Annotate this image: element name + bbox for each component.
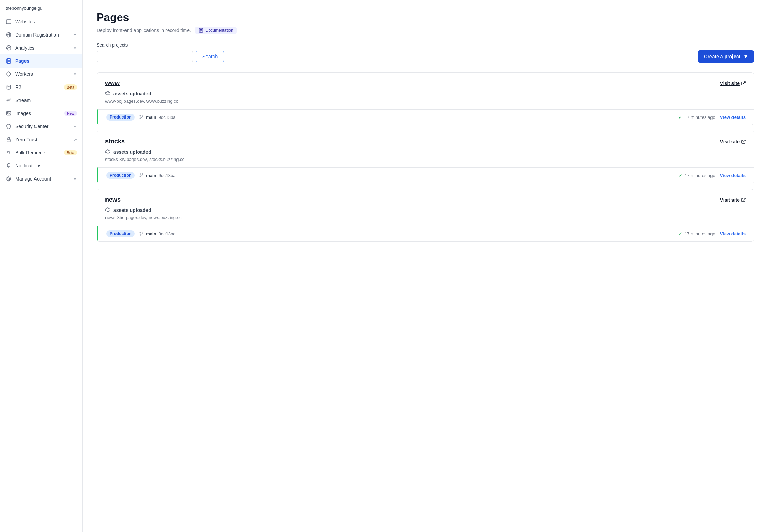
sidebar-item-manage-account[interactable]: Manage Account ▼ xyxy=(0,172,82,185)
check-icon: ✓ xyxy=(679,115,683,120)
cloud-upload-icon xyxy=(105,91,111,96)
pages-icon xyxy=(6,58,12,64)
account-name: thebohnyounge gi... xyxy=(0,0,82,15)
sidebar-item-label: Notifications xyxy=(15,163,77,168)
chevron-icon: ▼ xyxy=(73,46,77,50)
project-card: news Visit site assets uploaded news-35e… xyxy=(97,189,754,242)
domains: news-35e.pages.dev, news.buzzing.cc xyxy=(105,215,746,220)
card-body: news Visit site assets uploaded news-35e… xyxy=(97,189,754,220)
sidebar-item-domain-registration[interactable]: Domain Registration ▼ xyxy=(0,28,82,41)
gear-icon xyxy=(6,176,12,182)
branch-name: main xyxy=(146,115,156,120)
card-footer: Production main 9dc13ba ✓ 17 minutes ago… xyxy=(97,167,754,183)
visit-site-link[interactable]: Visit site xyxy=(720,139,746,144)
card-footer: Production main 9dc13ba ✓ 17 minutes ago… xyxy=(97,226,754,241)
documentation-link[interactable]: Documentation xyxy=(195,27,237,34)
search-button[interactable]: Search xyxy=(196,51,224,62)
sidebar-item-label: Manage Account xyxy=(15,176,70,182)
sidebar-item-bulk-redirects[interactable]: Bulk Redirects Beta xyxy=(0,146,82,159)
bell-icon xyxy=(6,163,12,169)
sidebar-item-label: Pages xyxy=(15,58,77,64)
page-description: Deploy front-end applications in record … xyxy=(97,28,191,33)
search-label: Search projects xyxy=(97,42,754,48)
beta-badge: Beta xyxy=(64,150,77,155)
env-badge: Production xyxy=(106,114,135,121)
assets-row: assets uploaded xyxy=(105,91,746,96)
svg-point-22 xyxy=(140,115,141,116)
diamond-icon xyxy=(6,71,12,77)
search-input-group: 🔍 Search xyxy=(97,51,224,62)
sidebar-item-images[interactable]: Images New xyxy=(0,107,82,120)
globe-icon xyxy=(6,32,12,38)
sidebar-item-websites[interactable]: Websites xyxy=(0,15,82,28)
new-badge: New xyxy=(64,111,77,116)
sidebar-item-notifications[interactable]: Notifications xyxy=(0,159,82,172)
svg-point-32 xyxy=(142,232,143,233)
svg-point-26 xyxy=(140,174,141,175)
sidebar-item-label: Bulk Redirects xyxy=(15,150,61,155)
page-header: Pages Deploy front-end applications in r… xyxy=(97,11,754,34)
card-footer: Production main 9dc13ba ✓ 17 minutes ago… xyxy=(97,109,754,125)
card-body: www Visit site assets uploaded www-boj.p… xyxy=(97,73,754,104)
svg-marker-10 xyxy=(6,72,11,76)
search-section: Search projects 🔍 Search Create a projec… xyxy=(97,42,754,63)
view-details-link[interactable]: View details xyxy=(720,231,746,236)
search-row: 🔍 Search Create a project ▼ xyxy=(97,50,754,63)
create-project-button[interactable]: Create a project ▼ xyxy=(698,50,754,63)
shield-icon xyxy=(6,123,12,130)
sidebar-item-r2[interactable]: R2 Beta xyxy=(0,81,82,94)
create-project-label: Create a project xyxy=(704,54,740,59)
svg-rect-7 xyxy=(7,59,11,63)
sidebar-item-analytics[interactable]: Analytics ▼ xyxy=(0,41,82,54)
view-details-link[interactable]: View details xyxy=(720,173,746,178)
chevron-icon: ▼ xyxy=(73,177,77,181)
deploy-time: ✓ 17 minutes ago xyxy=(679,231,715,236)
domains: stocks-3ry.pages.dev, stocks.buzzing.cc xyxy=(105,157,746,162)
search-input-container: 🔍 xyxy=(97,51,193,62)
branch-icon xyxy=(139,231,144,236)
chevron-icon: ▼ xyxy=(73,125,77,129)
page-subtitle: Deploy front-end applications in record … xyxy=(97,27,754,34)
deploy-time: ✓ 17 minutes ago xyxy=(679,115,715,120)
card-body: stocks Visit site assets uploaded stocks… xyxy=(97,131,754,162)
stream-icon xyxy=(6,97,12,103)
beta-badge: Beta xyxy=(64,84,77,90)
branch-icon xyxy=(139,173,144,178)
svg-point-11 xyxy=(7,85,11,86)
card-header-row: stocks Visit site xyxy=(105,138,746,145)
svg-point-28 xyxy=(142,174,143,175)
branch-info: main 9dc13ba xyxy=(139,231,175,236)
project-name[interactable]: www xyxy=(105,80,120,87)
page-title: Pages xyxy=(97,11,754,24)
doc-link-label: Documentation xyxy=(205,28,233,33)
sidebar-item-security-center[interactable]: Security Center ▼ xyxy=(0,120,82,133)
assets-row: assets uploaded xyxy=(105,207,746,213)
sidebar-item-zero-trust[interactable]: Zero Trust ↗ xyxy=(0,133,82,146)
check-icon: ✓ xyxy=(679,173,683,178)
project-name[interactable]: stocks xyxy=(105,138,125,145)
sidebar-item-label: Images xyxy=(15,111,61,116)
check-icon: ✓ xyxy=(679,231,683,236)
footer-right: ✓ 17 minutes ago View details xyxy=(679,173,746,178)
view-details-link[interactable]: View details xyxy=(720,115,746,120)
sidebar-item-label: R2 xyxy=(15,84,61,90)
projects-list: www Visit site assets uploaded www-boj.p… xyxy=(97,72,754,242)
redirects-icon xyxy=(6,150,12,156)
main-content: Pages Deploy front-end applications in r… xyxy=(83,0,768,532)
domains: www-boj.pages.dev, www.buzzing.cc xyxy=(105,99,746,104)
svg-point-24 xyxy=(142,115,143,116)
sidebar-item-label: Stream xyxy=(15,98,77,103)
deploy-time: ✓ 17 minutes ago xyxy=(679,173,715,178)
project-name[interactable]: news xyxy=(105,196,121,203)
sidebar-item-workers[interactable]: Workers ▼ xyxy=(0,68,82,81)
visit-site-link[interactable]: Visit site xyxy=(720,81,746,86)
branch-icon xyxy=(139,115,144,120)
card-header-row: www Visit site xyxy=(105,80,746,87)
search-input[interactable] xyxy=(97,51,193,62)
branch-info: main 9dc13ba xyxy=(139,115,175,120)
visit-site-link[interactable]: Visit site xyxy=(720,197,746,203)
commit-hash: 9dc13ba xyxy=(159,115,176,120)
sidebar-item-stream[interactable]: Stream xyxy=(0,94,82,107)
svg-point-23 xyxy=(140,118,141,119)
sidebar-item-pages[interactable]: Pages xyxy=(0,54,82,68)
